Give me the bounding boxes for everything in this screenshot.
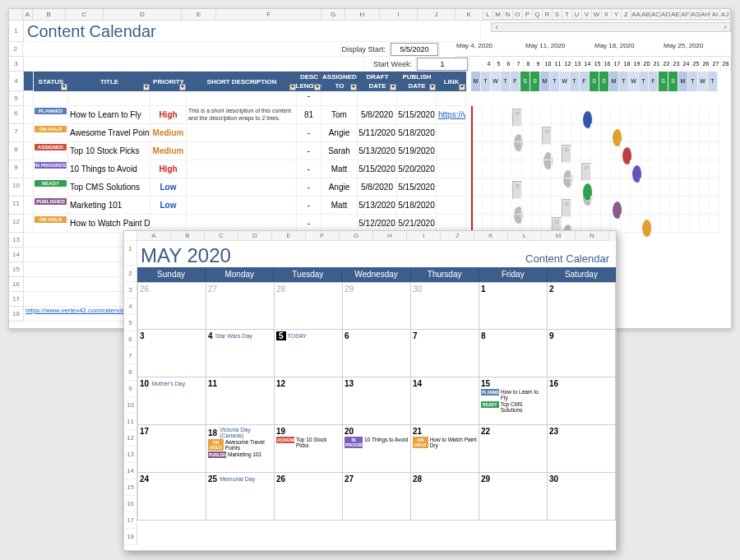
assigned-cell[interactable]: Angie bbox=[321, 178, 358, 197]
calendar-day-cell[interactable]: 23 bbox=[548, 425, 616, 473]
column-header[interactable]: STATUS bbox=[34, 72, 68, 91]
calendar-day-cell[interactable]: 12 bbox=[275, 377, 343, 425]
draft-date-cell[interactable]: 5/8/2020 bbox=[358, 106, 397, 124]
calendar-day-cell[interactable]: 6 bbox=[343, 330, 411, 377]
calendar-day-cell[interactable]: 15PLANNEDHow to Learn to FlyREADYTop CMS… bbox=[479, 377, 548, 425]
calendar-event[interactable]: IN PROGRESS10 Things to Avoid bbox=[345, 437, 409, 448]
draft-date-cell[interactable]: 5/15/2020 bbox=[358, 160, 397, 178]
calendar-day-cell[interactable]: 26 bbox=[275, 473, 343, 521]
priority-cell[interactable]: High bbox=[150, 106, 187, 124]
calendar-day-cell[interactable]: 5TODAY bbox=[275, 330, 343, 377]
calendar-day-cell[interactable]: 30 bbox=[411, 282, 479, 330]
filter-dropdown-icon[interactable] bbox=[390, 84, 396, 90]
sheet-month-view[interactable]: 123456789101112131415161718 ABCDEFGHIJKL… bbox=[123, 230, 617, 551]
calendar-day-cell[interactable]: 22 bbox=[479, 425, 548, 473]
description-cell[interactable] bbox=[187, 160, 297, 178]
filter-dropdown-icon[interactable] bbox=[429, 84, 436, 90]
column-header[interactable]: PRIORITY bbox=[150, 72, 187, 91]
calendar-day-cell[interactable]: 16 bbox=[548, 377, 616, 425]
link-cell[interactable] bbox=[437, 160, 466, 178]
calendar-day-cell[interactable]: 10Mother's Day bbox=[137, 377, 206, 425]
draft-date-cell[interactable]: 5/11/2020 bbox=[358, 124, 397, 142]
publish-date-cell[interactable]: 5/15/2020 bbox=[397, 178, 437, 197]
column-header[interactable]: TITLE bbox=[68, 72, 150, 91]
draft-date-cell[interactable]: 5/13/2020 bbox=[358, 197, 397, 215]
content-row[interactable]: 6PLANNEDHow to Learn to FlyHighThis is a… bbox=[9, 106, 731, 124]
content-row[interactable]: 11PUBLISHEDMarketing 101Low-Matt5/13/202… bbox=[9, 197, 731, 215]
description-cell[interactable] bbox=[187, 197, 297, 215]
assigned-cell[interactable]: Sarah bbox=[321, 142, 358, 160]
publish-date-cell[interactable]: 5/20/2020 bbox=[397, 160, 437, 178]
priority-cell[interactable]: Low bbox=[150, 197, 187, 215]
calendar-day-cell[interactable]: 14 bbox=[411, 377, 479, 425]
link-cell[interactable]: https://ww bbox=[437, 106, 466, 124]
calendar-day-cell[interactable]: 20IN PROGRESS10 Things to Avoid bbox=[343, 425, 411, 473]
calendar-day-cell[interactable]: 29 bbox=[343, 282, 411, 330]
calendar-day-cell[interactable]: 28 bbox=[411, 473, 479, 521]
publish-date-cell[interactable]: 5/15/2020 bbox=[397, 106, 437, 124]
content-row[interactable]: 7ON HOLDAwesome Travel PointsMedium-Angi… bbox=[9, 124, 731, 142]
calendar-event[interactable]: READYTop CMS Solutions bbox=[481, 401, 545, 413]
calendar-event[interactable]: PUBLISHEDMarketing 101 bbox=[208, 451, 272, 458]
filter-dropdown-icon[interactable] bbox=[350, 84, 357, 90]
description-cell[interactable] bbox=[187, 124, 297, 142]
title-cell[interactable]: Top 10 Stock Picks bbox=[68, 142, 150, 160]
content-row[interactable]: 9IN PROGRESS10 Things to AvoidHigh-Matt5… bbox=[9, 160, 731, 178]
calendar-day-cell[interactable]: 17 bbox=[137, 425, 206, 473]
assigned-cell[interactable]: Tom bbox=[321, 106, 358, 124]
link-cell[interactable] bbox=[437, 178, 466, 197]
title-cell[interactable]: 10 Things to Avoid bbox=[68, 160, 150, 178]
calendar-day-cell[interactable]: 4Star Wars Day bbox=[206, 330, 275, 377]
calendar-event[interactable]: ON HOLDAwesome Travel Points bbox=[208, 439, 272, 451]
calendar-day-cell[interactable]: 1 bbox=[479, 282, 548, 330]
column-header[interactable]: SHORT DESCRIPTION bbox=[187, 72, 297, 91]
calendar-event[interactable]: PLANNEDHow to Learn to Fly bbox=[481, 389, 545, 400]
column-header[interactable]: PUBLISH DATE bbox=[397, 72, 437, 91]
calendar-day-cell[interactable]: 28 bbox=[275, 282, 343, 330]
scroll-right-icon[interactable]: › bbox=[720, 23, 730, 31]
calendar-day-cell[interactable]: 29 bbox=[479, 473, 548, 521]
column-header[interactable]: ASSIGNED TO bbox=[321, 72, 358, 91]
scroll-left-icon[interactable]: ‹ bbox=[492, 23, 502, 31]
link-cell[interactable] bbox=[437, 197, 466, 215]
gantt-scrollbar[interactable]: ‹ › bbox=[491, 22, 731, 32]
start-week-input[interactable]: 1 bbox=[417, 58, 468, 71]
title-cell[interactable]: Awesome Travel Points bbox=[68, 124, 150, 142]
priority-cell[interactable]: Medium bbox=[150, 142, 187, 160]
publish-date-cell[interactable]: 5/19/2020 bbox=[397, 142, 437, 160]
calendar-day-cell[interactable]: 9 bbox=[548, 330, 616, 377]
assigned-cell[interactable]: Matt bbox=[321, 197, 358, 215]
display-start-input[interactable]: 5/5/2020 bbox=[391, 43, 438, 56]
calendar-day-cell[interactable]: 30 bbox=[548, 473, 616, 521]
draft-date-cell[interactable]: 5/13/2020 bbox=[358, 142, 397, 160]
column-header[interactable]: LINK bbox=[437, 72, 466, 91]
calendar-day-cell[interactable]: 8 bbox=[479, 330, 548, 377]
publish-date-cell[interactable]: 5/18/2020 bbox=[397, 124, 437, 142]
title-cell[interactable]: How to Learn to Fly bbox=[68, 106, 150, 124]
calendar-day-cell[interactable]: 18Victoria Day (Canada)ON HOLDAwesome Tr… bbox=[206, 425, 275, 473]
publish-date-cell[interactable]: 5/18/2020 bbox=[397, 197, 437, 215]
description-cell[interactable] bbox=[187, 142, 297, 160]
title-cell[interactable]: Marketing 101 bbox=[68, 197, 150, 215]
filter-dropdown-icon[interactable] bbox=[459, 84, 465, 90]
calendar-event[interactable]: ASSIGNEDTop 10 Stock Picks bbox=[276, 437, 340, 448]
priority-cell[interactable]: High bbox=[150, 160, 187, 178]
link-cell[interactable] bbox=[437, 124, 466, 142]
column-header[interactable]: DESC LENGTH bbox=[297, 72, 321, 91]
calendar-day-cell[interactable]: 2 bbox=[548, 282, 616, 330]
draft-date-cell[interactable]: 5/8/2020 bbox=[358, 178, 397, 197]
calendar-event[interactable]: ON HOLDHow to Watch Paint Dry bbox=[413, 437, 477, 448]
calendar-day-cell[interactable]: 13 bbox=[343, 377, 411, 425]
priority-cell[interactable]: Low bbox=[150, 178, 187, 197]
calendar-day-cell[interactable]: 3 bbox=[137, 330, 206, 377]
column-header[interactable]: DRAFT DATE bbox=[358, 72, 397, 91]
description-cell[interactable] bbox=[187, 178, 297, 197]
priority-cell[interactable]: Medium bbox=[150, 124, 187, 142]
calendar-day-cell[interactable]: 27 bbox=[206, 282, 275, 330]
link-cell[interactable] bbox=[437, 142, 466, 160]
calendar-day-cell[interactable]: 19ASSIGNEDTop 10 Stock Picks bbox=[275, 425, 343, 473]
assigned-cell[interactable]: Matt bbox=[321, 160, 358, 178]
assigned-cell[interactable]: Angie bbox=[321, 124, 358, 142]
calendar-day-cell[interactable]: 11 bbox=[206, 377, 275, 425]
title-cell[interactable]: Top CMS Solutions bbox=[68, 178, 150, 197]
